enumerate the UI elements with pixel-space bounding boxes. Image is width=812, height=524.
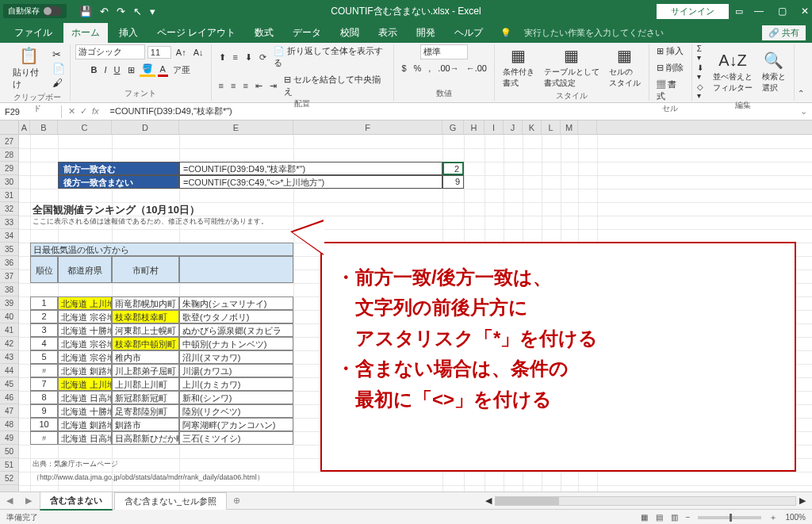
rank-9[interactable]: 10 [30,418,58,431]
th-city[interactable]: 市町村 [112,256,179,283]
delete-cells-button[interactable]: ⊟ 削除 [654,61,686,75]
autosave-toggle[interactable]: 自動保存 [3,4,67,18]
row-head-50[interactable]: 50 [0,445,18,458]
currency-icon[interactable]: $ [399,63,408,74]
rank-0[interactable]: 1 [30,296,58,310]
zoom-out-button[interactable]: − [686,513,691,522]
tab-dev[interactable]: 開発 [408,23,443,43]
col-head-[interactable] [578,120,597,134]
sheet-nav-next[interactable]: ▶ [19,495,38,506]
col-head-B[interactable]: B [30,120,58,134]
select-all-corner[interactable] [0,120,19,134]
row-head-52[interactable]: 52 [0,472,18,485]
hscroll-left[interactable]: ◀ [485,495,492,506]
align-center-icon[interactable]: ≡ [228,80,238,91]
pref-4[interactable]: 北海道 宗谷地方 [58,350,112,364]
city-5[interactable]: 川上郡弟子屈町 [112,364,179,377]
row-head-32[interactable]: 32 [0,202,18,216]
tab-data[interactable]: データ [285,23,329,43]
close-button[interactable]: ✕ [801,6,809,17]
col-head-L[interactable]: L [542,120,561,134]
row-head-30[interactable]: 30 [0,175,18,189]
detail-8[interactable]: 陸別(リクベツ) [179,404,293,418]
pref-3[interactable]: 北海道 宗谷地方 [58,337,112,350]
pref-8[interactable]: 北海道 十勝地方 [58,404,112,418]
align-bottom-icon[interactable]: ⬇ [243,52,255,63]
phonetic-button[interactable]: ア亜 [170,63,193,77]
tab-layout[interactable]: ページ レイアウト [149,23,243,43]
align-left-icon[interactable]: ≡ [216,80,226,91]
row-head-49[interactable]: 49 [0,431,18,445]
table-format-button[interactable]: ▦テーブルとして 書式設定 [541,44,603,90]
rank-5[interactable]: 〃 [30,364,58,377]
rank-8[interactable]: 9 [30,404,58,418]
cut-icon[interactable]: ✂ [52,48,65,60]
th-pref[interactable]: 都道府県 [58,256,112,283]
cell-label-backward[interactable]: 後方一致含まない [58,175,179,189]
format-cells-button[interactable]: ▦ 書式 [654,78,687,103]
th-rank[interactable]: 順位 [30,256,58,283]
bold-button[interactable]: B [89,64,100,75]
row-head-43[interactable]: 43 [0,350,18,364]
share-button[interactable]: 🔗 共有 [762,25,806,40]
city-8[interactable]: 足寄郡陸別町 [112,404,179,418]
row-head-48[interactable]: 48 [0,418,18,431]
undo-icon[interactable]: ↶ [100,6,109,17]
city-1[interactable]: 枝幸郡枝幸町 [112,310,179,323]
sheet-tab-1[interactable]: 含む含まない [40,491,113,511]
city-7[interactable]: 新冠郡新冠町 [112,391,179,404]
city-6[interactable]: 上川郡上川町 [112,377,179,391]
detail-1[interactable]: 歌登(ウタノボリ) [179,310,293,323]
row-head-31[interactable]: 31 [0,189,18,202]
row-head-34[interactable]: 34 [0,229,18,243]
hscroll-right[interactable]: ▶ [799,495,806,506]
qat-dropdown-icon[interactable]: ▾ [150,6,155,17]
row-head-41[interactable]: 41 [0,323,18,337]
row-head-33[interactable]: 33 [0,216,18,229]
clear-icon[interactable]: ◇ ▾ [697,82,707,100]
row-head-29[interactable]: 29 [0,162,18,175]
rank-3[interactable]: 4 [30,337,58,350]
sheet-tab-2[interactable]: 含む含まない_セル参照 [114,492,227,510]
row-head-28[interactable]: 28 [0,148,18,162]
tab-review[interactable]: 校閲 [332,23,367,43]
pref-7[interactable]: 北海道 日高地方 [58,391,112,404]
cell-style-button[interactable]: ▦セルの スタイル [606,44,644,90]
cursor-icon[interactable]: ↖ [133,6,142,17]
row-head-46[interactable]: 46 [0,391,18,404]
expand-formula-icon[interactable]: ⌄ [795,106,812,117]
tab-home[interactable]: ホーム [63,23,108,43]
zoom-in-button[interactable]: ＋ [769,512,777,523]
worksheet[interactable]: 2728293031323334353637383940414243444546… [0,135,812,491]
col-head-K[interactable]: K [523,120,542,134]
name-box[interactable]: F29 [0,105,62,118]
tab-view[interactable]: 表示 [370,23,405,43]
row-head-42[interactable]: 42 [0,337,18,350]
col-head-G[interactable]: G [442,120,464,134]
fx-icon[interactable]: fx [92,106,99,117]
row-head-47[interactable]: 47 [0,404,18,418]
format-painter-icon[interactable]: 🖌 [52,77,65,89]
autosum-icon[interactable]: Σ ▾ [697,44,707,62]
rank-4[interactable]: 5 [30,350,58,364]
insert-cells-button[interactable]: ⊞ 挿入 [654,44,686,58]
indent-right-icon[interactable]: ⇥ [267,80,279,92]
row-head-27[interactable]: 27 [0,135,18,148]
source-2[interactable]: （http://www.data.jma.go.jp/obd/stats/dat… [30,472,427,485]
city-4[interactable]: 稚内市 [112,350,179,364]
enter-formula-icon[interactable]: ✓ [80,106,87,117]
cell-formula-2[interactable]: =COUNTIF(C39:C49,"<>*上川地方") [179,175,442,189]
detail-0[interactable]: 朱鞠内(シュマリナイ) [179,296,293,310]
grow-font-icon[interactable]: A↑ [174,47,189,58]
pref-2[interactable]: 北海道 十勝地方 [58,323,112,337]
detail-3[interactable]: 中頓別(ナカトンベツ) [179,337,293,350]
cell-formula-1[interactable]: =COUNTIF(D39:D49,"枝幸郡*") [179,162,442,175]
rank-2[interactable]: 3 [30,323,58,337]
pref-5[interactable]: 北海道 釧路地方 [58,364,112,377]
font-color-button[interactable]: A [158,63,168,77]
tab-insert[interactable]: 挿入 [111,23,146,43]
row-head-36[interactable]: 36 [0,256,18,270]
align-middle-icon[interactable]: ≡ [231,52,240,63]
col-head-M[interactable]: M [561,120,578,134]
detail-5[interactable]: 川湯(カワユ) [179,364,293,377]
